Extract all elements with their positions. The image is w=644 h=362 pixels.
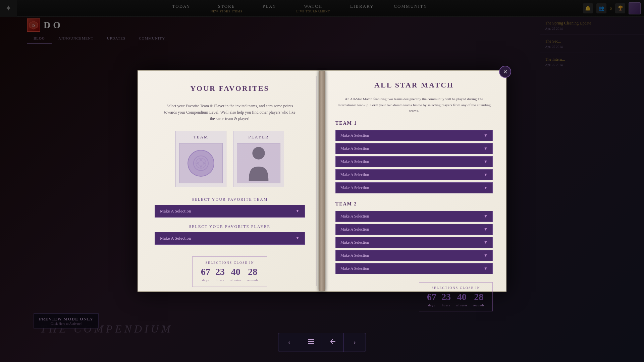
team2-slot1-arrow: ▼	[484, 214, 488, 219]
left-countdown-days: 67 days	[201, 267, 210, 283]
right-countdown-label: SELECTIONS CLOSE IN	[426, 286, 486, 290]
prev-button[interactable]: ‹	[278, 333, 300, 352]
right-countdown-days: 67 days	[427, 292, 436, 308]
team-card: TEAM	[175, 131, 226, 187]
svg-rect-6	[308, 341, 314, 342]
team2-slot-4[interactable]: Make A Selection ▼	[335, 250, 493, 261]
team1-group: TEAM 1 Make A Selection ▼ Make A Selecti…	[335, 121, 493, 195]
team2-slot-2[interactable]: Make A Selection ▼	[335, 224, 493, 235]
player-card-label: PLAYER	[248, 134, 269, 140]
right-countdown-minutes: 40 minutes	[456, 292, 468, 308]
team2-slot-1[interactable]: Make A Selection ▼	[335, 211, 493, 222]
bottom-navigation: ‹ ›	[278, 333, 366, 352]
prev-icon: ‹	[288, 339, 290, 346]
book-modal: ✕ YOUR FAVORITES Select your Favorite Te…	[138, 70, 506, 292]
select-team-label: SELECT YOUR FAVORITE TEAM	[155, 197, 305, 202]
right-page-title: ALL STAR MATCH	[335, 81, 493, 89]
team1-slot4-arrow: ▼	[484, 172, 488, 177]
page-right: ALL STAR MATCH An All-Star Match featuri…	[322, 71, 506, 291]
team-dropdown-value: Make A Selection	[160, 208, 191, 214]
team1-slot2-arrow: ▼	[484, 146, 488, 151]
team2-slot-5[interactable]: Make A Selection ▼	[335, 263, 493, 274]
team1-slot-3[interactable]: Make A Selection ▼	[335, 156, 493, 167]
cards-row: TEAM	[175, 131, 284, 187]
team1-slot5-arrow: ▼	[484, 185, 488, 190]
next-button[interactable]: ›	[344, 333, 366, 352]
team1-label: TEAM 1	[335, 121, 493, 126]
team1-slot-1[interactable]: Make A Selection ▼	[335, 130, 493, 141]
left-countdown-numbers: 67 days 23 hours 40 minutes 28 seconds	[201, 267, 259, 283]
team2-group: TEAM 2 Make A Selection ▼ Make A Selecti…	[335, 201, 493, 276]
player-dropdown[interactable]: Make A Selection ▼	[155, 232, 305, 245]
team1-slot1-arrow: ▼	[484, 133, 488, 138]
right-page-description: An All-Star Match featuring two teams de…	[335, 96, 493, 114]
svg-rect-5	[308, 339, 314, 340]
page-left: YOUR FAVORITES Select your Favorite Team…	[138, 71, 322, 291]
left-countdown-seconds: 28 seconds	[247, 267, 259, 283]
right-countdown-numbers: 67 days 23 hours 40 minutes 28	[426, 292, 486, 308]
svg-point-4	[252, 147, 265, 160]
left-countdown-hours: 23 hours	[215, 267, 225, 283]
book-spine	[319, 71, 325, 291]
player-silhouette	[245, 146, 272, 180]
team1-slot-5[interactable]: Make A Selection ▼	[335, 182, 493, 193]
left-countdown-label: SELECTIONS CLOSE IN	[201, 261, 259, 264]
back-button[interactable]	[322, 333, 344, 352]
team-placeholder	[187, 150, 214, 177]
team-dropdown[interactable]: Make A Selection ▼	[155, 205, 305, 218]
left-page-title: YOUR FAVORITES	[190, 84, 269, 93]
left-countdown-minutes: 40 minutes	[230, 267, 242, 283]
team2-slot4-arrow: ▼	[484, 253, 488, 258]
team2-slot2-arrow: ▼	[484, 227, 488, 232]
team-card-image	[179, 143, 223, 183]
next-icon: ›	[354, 339, 356, 346]
team1-slot3-arrow: ▼	[484, 159, 488, 164]
left-countdown: SELECTIONS CLOSE IN 67 days 23 hours 40 …	[192, 256, 267, 287]
team2-slot5-arrow: ▼	[484, 266, 488, 271]
team2-slot3-arrow: ▼	[484, 240, 488, 245]
team2-label: TEAM 2	[335, 201, 493, 207]
player-dropdown-arrow: ▼	[296, 236, 300, 241]
right-countdown-seconds: 28 seconds	[473, 292, 485, 308]
list-icon	[307, 338, 315, 347]
team2-slot-3[interactable]: Make A Selection ▼	[335, 237, 493, 248]
right-countdown: SELECTIONS CLOSE IN 67 days 23 hours 40	[419, 282, 493, 311]
svg-rect-7	[308, 343, 314, 344]
left-page-description: Select your Favorite Team & Player in th…	[163, 103, 297, 122]
team-card-label: TEAM	[194, 134, 209, 140]
team1-slot-2[interactable]: Make A Selection ▼	[335, 143, 493, 154]
close-button[interactable]: ✕	[499, 66, 511, 78]
player-dropdown-value: Make A Selection	[160, 236, 191, 241]
back-icon	[329, 338, 336, 347]
player-card: PLAYER	[233, 131, 284, 187]
team-dropdown-arrow: ▼	[296, 208, 300, 214]
list-button[interactable]	[300, 333, 322, 352]
select-player-label: SELECT YOUR FAVORITE PLAYER	[155, 224, 305, 229]
modal-overlay: ✕ YOUR FAVORITES Select your Favorite Te…	[0, 0, 644, 362]
right-countdown-hours: 23 hours	[441, 292, 451, 308]
player-card-image	[237, 143, 280, 183]
team1-slot-4[interactable]: Make A Selection ▼	[335, 169, 493, 180]
